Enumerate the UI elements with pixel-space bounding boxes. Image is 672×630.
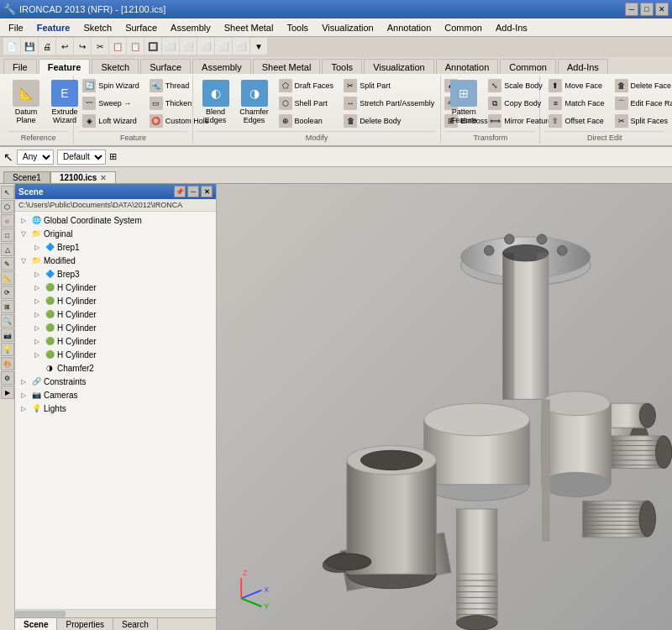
qa-save[interactable]: 💾 <box>21 38 38 55</box>
qa-btn2[interactable]: ⬜ <box>162 38 179 55</box>
tab-12100[interactable]: 12100.ics ✕ <box>50 171 117 183</box>
lt-zoom[interactable]: 🔍 <box>1 314 14 328</box>
default-select[interactable]: Default <box>57 150 106 165</box>
tab-annotation[interactable]: Annotation <box>436 59 499 74</box>
tree-item-original[interactable]: ▽ 📁 Original <box>17 227 214 240</box>
blend-edges-button[interactable]: ◐ BlendEdges <box>198 77 234 127</box>
tree-item-brep3[interactable]: ▷ 🔷 Brep3 <box>17 267 214 281</box>
tree-item-hcyl-6[interactable]: ▷ 🟢 H Cylinder <box>17 348 214 361</box>
menu-sheet-metal[interactable]: Sheet Metal <box>218 18 281 36</box>
split-part-button[interactable]: ✂ Split Part <box>340 77 438 94</box>
qa-print[interactable]: 🖨 <box>39 38 55 55</box>
tab-common[interactable]: Common <box>500 59 556 74</box>
edit-face-radius-button[interactable]: ⌒ Edit Face Radius <box>612 95 672 112</box>
qa-undo[interactable]: ↩ <box>56 38 73 55</box>
lt-paint[interactable]: 🎨 <box>1 357 14 370</box>
scene-hscroll[interactable] <box>15 609 216 617</box>
scene-panel-close[interactable]: ✕ <box>201 186 213 197</box>
lt-measure[interactable]: 📐 <box>1 271 14 285</box>
menu-sketch[interactable]: Sketch <box>76 18 118 36</box>
tab-scene1[interactable]: Scene1 <box>3 171 50 183</box>
menu-add-ins[interactable]: Add-Ins <box>489 18 534 36</box>
tree-item-brep1[interactable]: ▷ 🔷 Brep1 <box>17 240 214 254</box>
filter-select[interactable]: Any <box>17 150 54 165</box>
lt-shape1[interactable]: ⬡ <box>1 200 14 213</box>
lt-pattern[interactable]: ⊞ <box>1 300 14 313</box>
lt-light[interactable]: 💡 <box>1 343 14 356</box>
tree-item-hcyl-1[interactable]: ▷ 🟢 H Cylinder <box>17 281 214 294</box>
menu-annotation[interactable]: Annotation <box>381 18 438 36</box>
lt-select[interactable]: ↖ <box>1 186 14 199</box>
loft-wizard-button[interactable]: ◈ Loft Wizard <box>79 113 143 129</box>
sp-tab-properties[interactable]: Properties <box>57 618 113 630</box>
qa-btn3[interactable]: ⬜ <box>180 38 197 55</box>
tree-item-hcyl-2[interactable]: ▷ 🟢 H Cylinder <box>17 294 214 307</box>
tree-item-hcyl-5[interactable]: ▷ 🟢 H Cylinder <box>17 334 214 348</box>
scene-panel-pin[interactable]: 📌 <box>174 186 186 197</box>
scene-panel-minimize[interactable]: ─ <box>187 186 199 197</box>
titlebar-controls[interactable]: ─ □ ✕ <box>625 3 669 16</box>
menu-common[interactable]: Common <box>438 18 489 36</box>
qa-btn6[interactable]: ⬜ <box>233 38 249 55</box>
qa-btn5[interactable]: ⬜ <box>215 38 232 55</box>
lt-play[interactable]: ▶ <box>1 386 14 399</box>
tree-item-global[interactable]: ▷ 🌐 Global Coordinate System <box>17 213 214 227</box>
tab-surface[interactable]: Surface <box>140 59 191 74</box>
menu-file[interactable]: File <box>2 18 30 36</box>
chamfer-edges-button[interactable]: ◑ ChamferEdges <box>237 77 272 127</box>
spin-wizard-button[interactable]: 🔄 Spin Wizard <box>79 77 143 94</box>
minimize-button[interactable]: ─ <box>625 3 638 16</box>
qa-redo[interactable]: ↪ <box>74 38 91 55</box>
tree-item-modified[interactable]: ▽ 📁 Modified <box>17 254 214 267</box>
lt-pencil[interactable]: ✎ <box>1 257 14 270</box>
scene-hscroll-thumb[interactable] <box>15 611 66 617</box>
lt-camera[interactable]: 📷 <box>1 328 14 342</box>
qa-new[interactable]: 📄 <box>3 38 20 55</box>
viewport[interactable]: X Y Z <box>217 184 672 630</box>
qa-paste[interactable]: 📋 <box>127 38 144 55</box>
qa-copy[interactable]: 📋 <box>109 38 126 55</box>
tab-sketch[interactable]: Sketch <box>92 59 139 74</box>
maximize-button[interactable]: □ <box>640 3 654 16</box>
delete-body-button[interactable]: 🗑 Delete Body <box>340 113 438 129</box>
tab-add-ins[interactable]: Add-Ins <box>558 59 608 74</box>
sweep-button[interactable]: 〰 Sweep → <box>79 95 143 112</box>
stretch-part-button[interactable]: ↔ Stretch Part/Assembly <box>340 95 438 112</box>
menu-assembly[interactable]: Assembly <box>164 18 218 36</box>
lt-rotate[interactable]: ⟳ <box>1 286 14 299</box>
qa-dropdown[interactable]: ▼ <box>250 38 267 55</box>
qa-btn1[interactable]: 🔲 <box>144 38 161 55</box>
menu-surface[interactable]: Surface <box>118 18 164 36</box>
lt-tri[interactable]: △ <box>1 243 14 256</box>
shell-part-button[interactable]: ⬡ Shell Part <box>276 95 338 112</box>
match-face-button[interactable]: ≡ Match Face <box>545 95 607 112</box>
tab-sheet-metal[interactable]: Sheet Metal <box>253 59 321 74</box>
tab-assembly[interactable]: Assembly <box>192 59 251 74</box>
datum-plane-button[interactable]: 📐 DatumPlane <box>8 77 44 127</box>
tab-12100-close[interactable]: ✕ <box>100 174 107 182</box>
tree-item-cameras[interactable]: ▷ 📷 Cameras <box>17 388 214 402</box>
split-faces-button[interactable]: ✂ Split Faces <box>612 113 672 129</box>
menu-tools[interactable]: Tools <box>280 18 315 36</box>
tab-visualization[interactable]: Visualization <box>364 59 434 74</box>
sp-tab-scene[interactable]: Scene <box>15 618 57 630</box>
sp-tab-search[interactable]: Search <box>113 618 158 630</box>
offset-face-button[interactable]: ⇧ Offset Face <box>545 113 607 129</box>
tree-item-chamfer2[interactable]: ◑ Chamfer2 <box>17 361 214 375</box>
menu-visualization[interactable]: Visualization <box>315 18 381 36</box>
qa-cut[interactable]: ✂ <box>92 38 108 55</box>
menu-feature[interactable]: Feature <box>30 18 77 36</box>
draft-faces-button[interactable]: ⬠ Draft Faces <box>276 77 338 94</box>
tree-item-constraints[interactable]: ▷ 🔗 Constraints <box>17 375 214 388</box>
tree-item-hcyl-3[interactable]: ▷ 🟢 H Cylinder <box>17 307 214 321</box>
delete-face-button[interactable]: 🗑 Delete Face <box>612 77 672 94</box>
boolean-button[interactable]: ⊕ Boolean <box>276 113 338 129</box>
lt-circle[interactable]: ○ <box>1 214 14 228</box>
tree-item-lights[interactable]: ▷ 💡 Lights <box>17 402 214 415</box>
tree-item-hcyl-4[interactable]: ▷ 🟢 H Cylinder <box>17 321 214 334</box>
lt-rect[interactable]: □ <box>1 228 14 242</box>
close-button[interactable]: ✕ <box>655 3 669 16</box>
tab-file[interactable]: File <box>3 59 37 74</box>
pattern-feature-button[interactable]: ⊞ PatternFeature <box>446 77 481 127</box>
move-face-button[interactable]: ⬆ Move Face <box>545 77 607 94</box>
